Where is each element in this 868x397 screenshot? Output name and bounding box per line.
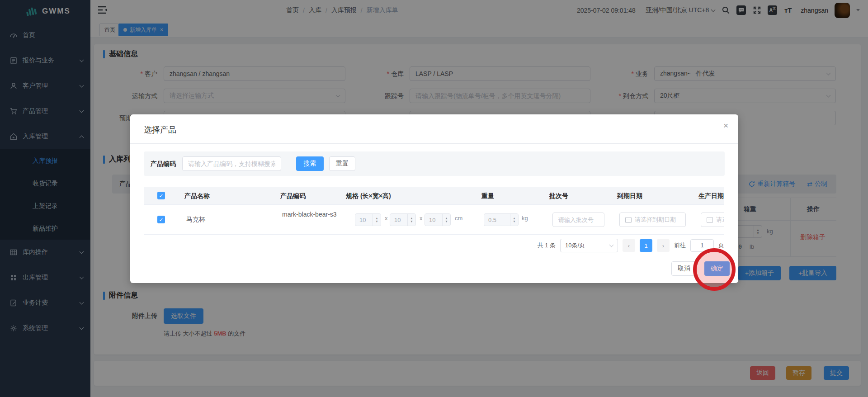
col-weight-header: 重量	[481, 187, 494, 205]
product-name: 马克杯	[186, 216, 205, 224]
weight-spinner: 0.5 ▲▼	[484, 213, 519, 226]
height-spinner: 10 ▲▼	[425, 213, 451, 226]
cancel-label: 取消	[678, 265, 690, 273]
col-spec-header: 规格 (长×宽×高)	[346, 187, 391, 205]
confirm-label: 确定	[711, 265, 723, 273]
weight-value: 0.5	[488, 217, 496, 223]
length-spinner: 10 ▲▼	[355, 213, 381, 226]
cancel-button[interactable]: 取消	[671, 261, 697, 276]
multiply-sign: x	[420, 215, 423, 222]
row-checkbox[interactable]: ✓	[157, 216, 165, 223]
product-code: mark-black-bear-s3	[282, 209, 337, 220]
pagination: 共 1 条 10条/页 ‹ 1 › 前往 1 页	[538, 239, 724, 252]
col-expiry-header: 到期日期	[617, 187, 642, 205]
search-button[interactable]: 搜索	[296, 156, 324, 171]
next-page-button[interactable]: ›	[657, 239, 670, 252]
spinner-arrows-icon: ▲▼	[373, 214, 381, 226]
product-code-label: 产品编码	[151, 151, 176, 176]
col-production-header: 生产日期	[698, 187, 724, 205]
calendar-icon	[625, 217, 632, 223]
width-spinner: 10 ▲▼	[390, 213, 416, 226]
close-icon[interactable]: ×	[723, 121, 728, 131]
pagination-total: 共 1 条	[538, 241, 556, 250]
product-table: ✓ 产品名称 产品编码 规格 (长×宽×高) 重量 批次号 到期日期 生产日期 …	[144, 187, 724, 235]
batch-input-field[interactable]	[558, 217, 599, 223]
product-code-input[interactable]	[182, 156, 281, 171]
reset-button[interactable]: 重置	[329, 156, 355, 171]
reset-label: 重置	[336, 160, 349, 168]
cm-unit: cm	[455, 215, 462, 222]
chevron-down-icon	[609, 243, 614, 247]
prev-page-button[interactable]: ‹	[623, 239, 635, 252]
multiply-sign: x	[385, 215, 388, 222]
page-unit: 页	[718, 241, 724, 250]
modal-search-panel: 产品编码 搜索 重置	[144, 151, 725, 176]
goto-page-input[interactable]: 1	[690, 239, 714, 252]
confirm-button[interactable]: 确定	[704, 261, 730, 276]
goto-label: 前往	[674, 241, 686, 250]
calendar-icon	[707, 217, 713, 223]
col-batch-header: 批次号	[549, 187, 568, 205]
search-label: 搜索	[304, 160, 316, 168]
expiry-date-picker[interactable]: 请选择到期日期	[619, 213, 686, 227]
product-table-row: ✓ 马克杯 mark-black-bear-s3 10 ▲▼ x 10 ▲▼ x…	[144, 205, 724, 235]
width-value: 10	[394, 217, 401, 223]
production-placeholder: 请选择生产日期	[716, 216, 724, 224]
length-value: 10	[359, 217, 366, 223]
col-code-header: 产品编码	[280, 187, 306, 205]
current-page-button[interactable]: 1	[640, 239, 652, 252]
kg-unit: kg	[522, 215, 528, 222]
spinner-arrows-icon: ▲▼	[510, 214, 518, 226]
modal-divider	[130, 143, 738, 144]
col-name-header: 产品名称	[184, 187, 210, 205]
modal-title: 选择产品	[144, 124, 176, 135]
page-size-value: 10条/页	[565, 241, 585, 250]
spinner-arrows-icon: ▲▼	[407, 214, 415, 226]
select-product-modal: 选择产品 × 产品编码 搜索 重置 ✓ 产品名称 产品编码 规格 (长×宽×高)…	[130, 114, 738, 283]
page-size-select[interactable]: 10条/页	[560, 239, 618, 252]
select-all-checkbox[interactable]: ✓	[157, 192, 165, 199]
app-screen: GWMS 首页 报价与业务 客户管理 产品管理 入库管理 入库预报	[0, 0, 868, 397]
spinner-arrows-icon: ▲▼	[442, 214, 450, 226]
product-code-input-field[interactable]	[188, 160, 275, 167]
production-date-picker[interactable]: 请选择生产日期	[701, 213, 724, 227]
expiry-placeholder: 请选择到期日期	[635, 216, 676, 224]
product-table-header: ✓ 产品名称 产品编码 规格 (长×宽×高) 重量 批次号 到期日期 生产日期	[144, 187, 724, 205]
height-value: 10	[429, 217, 435, 223]
batch-input[interactable]	[552, 213, 604, 227]
